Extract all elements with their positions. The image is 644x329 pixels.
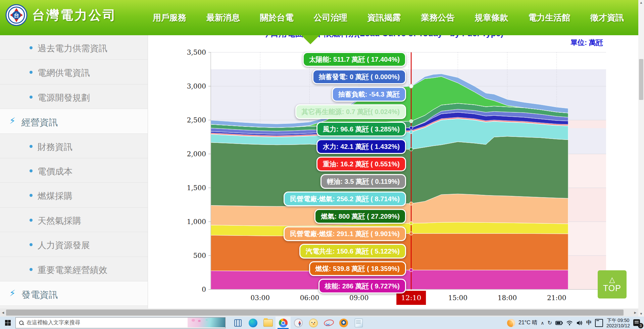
chart-band-lavender bbox=[568, 128, 606, 154]
scroll-left-icon[interactable]: ◄ bbox=[0, 309, 6, 317]
scroll-down-icon[interactable]: ▼ bbox=[638, 311, 644, 317]
nav-item-3[interactable]: 關於台電 bbox=[260, 12, 294, 23]
taipower-emblem-icon: 台 bbox=[5, 4, 28, 26]
chart-band-pink bbox=[568, 154, 606, 188]
fuel-tooltip-其它再生能源: 其它再生能源: 0.7 萬瓩( 0.024%) bbox=[295, 104, 406, 119]
sidebar-section-4[interactable]: ⚡經營資訊 bbox=[0, 109, 148, 133]
sidebar-item-8[interactable]: 天然氣採購 bbox=[0, 208, 148, 232]
bullet-icon bbox=[30, 219, 33, 222]
fuel-tooltip-燃氣: 燃氣: 800 萬瓩 ( 27.209%) bbox=[314, 209, 406, 224]
x-tick-label: 09:00 bbox=[349, 294, 369, 302]
up-triangle-icon: △ bbox=[609, 276, 615, 283]
hidden-icons-chevron[interactable]: ∧ bbox=[541, 320, 544, 326]
marker-dot bbox=[409, 268, 413, 272]
task-view-icon[interactable] bbox=[230, 317, 245, 329]
back-to-top-button[interactable]: △ TOP bbox=[598, 270, 627, 298]
bullet-icon bbox=[30, 145, 33, 148]
nav-item-7[interactable]: 規章條款 bbox=[475, 12, 508, 23]
vertical-scrollbar[interactable]: ▲ ▼ bbox=[638, 0, 644, 317]
sidebar-item-5[interactable]: 財務資訊 bbox=[0, 134, 148, 158]
fuel-tooltip-汽電共生: 汽電共生: 150.6 萬瓩 ( 5.122%) bbox=[299, 244, 406, 259]
sidebar-item-12[interactable]: 各機組現況與績效 bbox=[0, 306, 148, 309]
fuel-tooltip-抽蓄發電: 抽蓄發電: 0 萬瓩 ( 0.000%) bbox=[312, 69, 406, 84]
sidebar-item-label: 燃煤採購 bbox=[38, 190, 72, 202]
sidebar-item-10[interactable]: 重要電業經營績效 bbox=[0, 257, 148, 281]
touch-keyboard-icon[interactable] bbox=[595, 319, 603, 327]
battery-icon[interactable] bbox=[555, 320, 563, 326]
sidebar-item-label: 發電資訊 bbox=[21, 289, 58, 301]
scroll-right-icon[interactable]: ► bbox=[632, 309, 638, 317]
current-time-label: 12:10 bbox=[401, 294, 422, 302]
vertical-scroll-thumb[interactable] bbox=[639, 59, 643, 100]
notification-center[interactable]: 3 bbox=[633, 319, 642, 327]
blender-icon[interactable] bbox=[336, 317, 351, 329]
start-button[interactable] bbox=[0, 317, 15, 329]
sidebar-item-7[interactable]: 燃煤採購 bbox=[0, 183, 148, 207]
main-menu: 用戶服務最新消息關於台電公司治理資訊揭露業務公告規章條款電力生活館徵才資訊 bbox=[139, 0, 637, 35]
sidebar-item-label: 過去電力供需資訊 bbox=[38, 43, 107, 54]
sidebar-item-label: 經營資訊 bbox=[21, 116, 58, 128]
x-tick-label: 18:00 bbox=[498, 294, 517, 302]
fuel-tooltip-太陽能: 太陽能: 511.7 萬瓩 ( 17.404%) bbox=[303, 52, 406, 67]
svg-text:台: 台 bbox=[14, 12, 19, 18]
nav-item-1[interactable]: 用戶服務 bbox=[153, 12, 186, 23]
marker-dot bbox=[409, 84, 413, 88]
sidebar-item-label: 電網供電資訊 bbox=[38, 67, 90, 79]
y-tick-label: 1,500 bbox=[187, 184, 206, 192]
file-explorer-icon[interactable] bbox=[260, 317, 276, 329]
bullet-icon bbox=[30, 194, 33, 197]
y-tick-label: 3,000 bbox=[187, 82, 206, 90]
compass-icon[interactable] bbox=[291, 317, 306, 329]
bullet-icon bbox=[30, 71, 33, 74]
fuel-tooltip-抽蓄負載: 抽蓄負載: -54.3 萬瓩 bbox=[332, 87, 406, 102]
nav-item-4[interactable]: 公司治理 bbox=[314, 12, 347, 23]
snip-icon[interactable]: ✂ bbox=[321, 317, 336, 329]
sidebar-item-2[interactable]: 電網供電資訊 bbox=[0, 60, 148, 84]
search-highlight-image[interactable] bbox=[188, 318, 225, 327]
scroll-up-icon[interactable]: ▲ bbox=[638, 0, 644, 5]
system-tray: 21°C 晴 ∧ ↻ 中 下午 09:50 2022/10 bbox=[507, 317, 644, 329]
brand-name[interactable]: 台灣電力公司 bbox=[32, 7, 117, 24]
lightning-icon: ⚡ bbox=[9, 288, 15, 298]
fuel-tooltip-水力: 水力: 42.1 萬瓩 ( 1.432%) bbox=[316, 139, 406, 154]
nav-item-5[interactable]: 資訊揭露 bbox=[367, 12, 401, 23]
clock-time: 下午 09:50 bbox=[606, 318, 630, 323]
weather-temp[interactable]: 21°C 晴 bbox=[518, 319, 537, 326]
sidebar-item-9[interactable]: 人力資源發展 bbox=[0, 232, 148, 257]
fuel-tooltip-風力: 風力: 96.6 萬瓩 ( 3.285%) bbox=[316, 122, 406, 136]
x-tick-label: 06:00 bbox=[300, 294, 319, 302]
notification-badge: 3 bbox=[638, 323, 643, 328]
nav-item-2[interactable]: 最新消息 bbox=[206, 12, 240, 23]
sidebar-item-label: 天然氣採購 bbox=[38, 215, 81, 227]
sidebar-item-1[interactable]: 過去電力供需資訊 bbox=[0, 35, 148, 60]
edge-icon[interactable] bbox=[245, 317, 260, 329]
chart-band-pink bbox=[568, 222, 606, 256]
speaker-icon[interactable] bbox=[576, 320, 583, 326]
weather-moon-icon[interactable] bbox=[507, 319, 515, 327]
ime-indicator[interactable]: 中 bbox=[586, 319, 592, 326]
sidebar-item-6[interactable]: 電價成本 bbox=[0, 158, 148, 183]
sidebar-section-11[interactable]: ⚡發電資訊 bbox=[0, 281, 148, 306]
taipower-logo[interactable]: 台 台灣電力公司 bbox=[5, 4, 117, 26]
y-tick-label: 1,000 bbox=[187, 218, 206, 226]
lightning-icon: ⚡ bbox=[9, 116, 15, 126]
sidebar-item-3[interactable]: 電源開發規劃 bbox=[0, 85, 148, 109]
horizontal-scrollbar[interactable]: ◄ ► bbox=[0, 309, 638, 317]
horizontal-scroll-thumb[interactable] bbox=[6, 310, 624, 316]
nav-item-9[interactable]: 徵才資訊 bbox=[590, 12, 624, 23]
search-icon bbox=[19, 321, 24, 325]
clock[interactable]: 下午 09:50 2022/10/12 bbox=[606, 318, 630, 328]
nav-item-8[interactable]: 電力生活館 bbox=[528, 12, 570, 23]
sync-icon[interactable]: ↻ bbox=[548, 320, 552, 326]
y-tick-label: 3,500 bbox=[187, 48, 206, 56]
nav-item-6[interactable]: 業務公告 bbox=[421, 12, 454, 23]
game-icon[interactable] bbox=[306, 317, 321, 329]
fuel-tooltip-民營電廠-燃氣: 民營電廠-燃氣: 256.2 萬瓩 ( 8.714%) bbox=[284, 191, 406, 206]
notepad-icon[interactable] bbox=[351, 317, 366, 329]
sidebar-menu: 過去電力供需資訊電網供電資訊電源開發規劃⚡經營資訊財務資訊電價成本燃煤採購天然氣… bbox=[0, 35, 148, 309]
load-curve-chart: 05001,0001,5002,0002,5003,0003,50003:000… bbox=[148, 35, 638, 309]
fuel-tooltip-燃煤: 燃煤: 539.8 萬瓩 ( 18.359%) bbox=[309, 261, 406, 276]
chrome-icon[interactable] bbox=[276, 317, 291, 329]
wifi-icon[interactable] bbox=[566, 320, 573, 326]
taskbar-search-input[interactable]: 在這裡輸入文字來搜尋 bbox=[15, 317, 226, 328]
